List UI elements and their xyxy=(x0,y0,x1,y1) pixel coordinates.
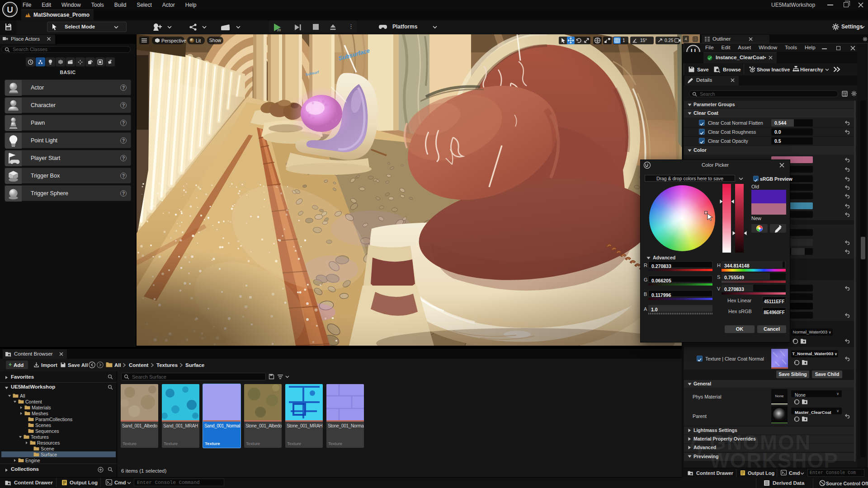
svg-text:20: 20 xyxy=(277,28,281,32)
svg-text:U: U xyxy=(7,5,13,14)
